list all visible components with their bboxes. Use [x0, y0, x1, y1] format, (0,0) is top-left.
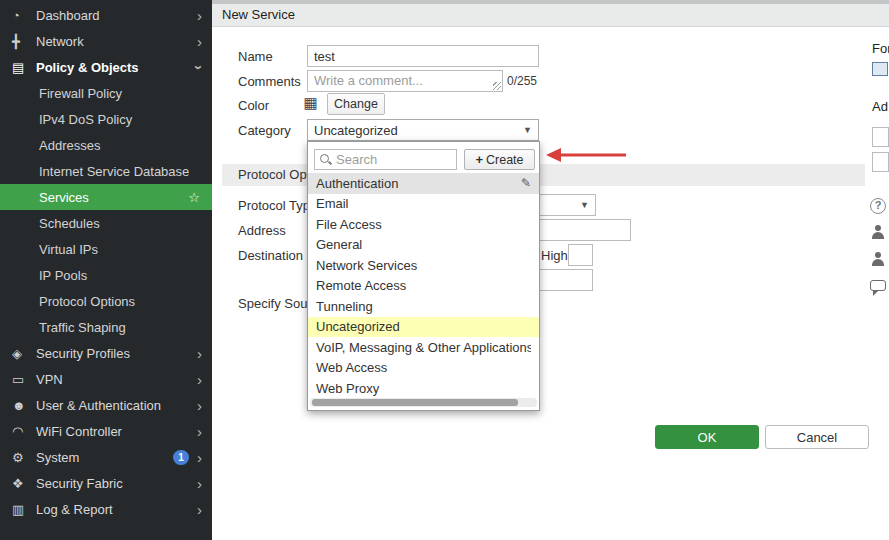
chevron-right-icon: › — [197, 450, 202, 465]
category-option-file-access[interactable]: File Access — [308, 214, 539, 235]
app-window: ◔Dashboard›╋Network›▤Policy & Objects›Fi… — [0, 0, 889, 540]
sidebar-item-policy-objects[interactable]: ▤Policy & Objects› — [0, 54, 212, 80]
category-option-authentication[interactable]: Authentication✎ — [308, 173, 539, 194]
create-button[interactable]: + Create — [464, 149, 535, 170]
chevron-down-icon: ▼ — [580, 200, 589, 210]
sidebar-item-label: VPN — [36, 372, 197, 387]
sidebar-item-user-authentication[interactable]: ☻User & Authentication› — [0, 392, 212, 418]
ok-button[interactable]: OK — [655, 425, 759, 449]
sidebar-item-network[interactable]: ╋Network› — [0, 28, 212, 54]
category-option-general[interactable]: General — [308, 235, 539, 256]
sidebar-item-security-fabric[interactable]: ❖Security Fabric› — [0, 470, 212, 496]
chevron-right-icon: › — [197, 346, 202, 361]
sidebar: ◔Dashboard›╋Network›▤Policy & Objects›Fi… — [0, 0, 212, 540]
sidebar-item-dashboard[interactable]: ◔Dashboard› — [0, 2, 212, 28]
port-range-input[interactable] — [539, 269, 593, 291]
edit-pencil-icon[interactable]: ✎ — [521, 176, 531, 190]
category-option-network-services[interactable]: Network Services — [308, 255, 539, 276]
gear-icon: ⚙ — [12, 450, 36, 465]
sidebar-item-virtual-ips[interactable]: Virtual IPs — [0, 236, 212, 262]
category-option-web-access[interactable]: Web Access — [308, 358, 539, 379]
horizontal-scrollbar-thumb[interactable] — [312, 399, 518, 406]
sidebar-item-label: System — [36, 450, 173, 465]
sidebar-item-internet-service-database[interactable]: Internet Service Database — [0, 158, 212, 184]
sidebar-item-schedules[interactable]: Schedules — [0, 210, 212, 236]
sidebar-item-label: Protocol Options — [39, 294, 202, 309]
plus-icon: + — [475, 152, 483, 167]
sidebar-item-log-report[interactable]: ▥Log & Report› — [0, 496, 212, 522]
port-high-input[interactable] — [568, 244, 593, 266]
sidebar-item-label: Log & Report — [36, 502, 197, 517]
sidebar-item-wifi-controller[interactable]: ◠WiFi Controller› — [0, 418, 212, 444]
name-input[interactable] — [307, 45, 539, 67]
sidebar-item-label: Traffic Shaping — [39, 320, 202, 335]
feedback-chat-icon[interactable] — [870, 280, 886, 291]
search-icon — [319, 153, 332, 166]
chart-icon: ▥ — [12, 502, 36, 517]
chevron-right-icon: › — [197, 476, 202, 491]
sidebar-item-label: Services — [39, 190, 188, 205]
name-label: Name — [238, 49, 273, 64]
search-input[interactable] — [332, 152, 456, 167]
horizontal-scrollbar[interactable] — [310, 398, 537, 407]
chevron-right-icon: › — [197, 372, 202, 387]
sidebar-item-label: Policy & Objects — [36, 60, 197, 75]
annotation-arrow — [546, 146, 628, 164]
right-panel-input-fragment-1[interactable] — [872, 127, 889, 147]
category-option-label: Tunneling — [316, 299, 531, 314]
category-option-voip-messaging-other-applications[interactable]: VoIP, Messaging & Other Applications — [308, 337, 539, 358]
category-option-remote-access[interactable]: Remote Access — [308, 276, 539, 297]
category-option-label: General — [316, 237, 531, 252]
category-option-label: VoIP, Messaging & Other Applications — [316, 340, 531, 355]
cancel-button[interactable]: Cancel — [765, 425, 869, 449]
dropdown-search[interactable] — [314, 149, 457, 170]
sidebar-item-label: Network — [36, 34, 197, 49]
chevron-right-icon: › — [197, 424, 202, 439]
sidebar-item-label: Firewall Policy — [39, 86, 202, 101]
sidebar-item-label: User & Authentication — [36, 398, 197, 413]
category-option-uncategorized[interactable]: Uncategorized — [308, 317, 539, 338]
sidebar-item-label: Dashboard — [36, 8, 197, 23]
sidebar-item-label: Addresses — [39, 138, 202, 153]
wifi-icon: ◠ — [12, 424, 36, 439]
star-icon[interactable]: ☆ — [188, 190, 200, 205]
sidebar-item-system[interactable]: ⚙System1› — [0, 444, 212, 470]
category-option-web-proxy[interactable]: Web Proxy — [308, 378, 539, 399]
right-panel-input-fragment-2[interactable] — [872, 152, 889, 172]
sidebar-item-security-profiles[interactable]: ◈Security Profiles› — [0, 340, 212, 366]
category-dropdown: + Create Authentication✎EmailFile Access… — [307, 141, 540, 411]
sidebar-item-firewall-policy[interactable]: Firewall Policy — [0, 80, 212, 106]
user-profile-icon[interactable] — [871, 225, 885, 239]
sidebar-item-label: WiFi Controller — [36, 424, 197, 439]
policy-objects-icon: ▤ — [12, 60, 36, 75]
sidebar-item-services[interactable]: Services☆ — [0, 184, 212, 210]
sidebar-item-ipv4-dos-policy[interactable]: IPv4 DoS Policy — [0, 106, 212, 132]
user-icon: ☻ — [12, 398, 36, 413]
comments-counter: 0/255 — [507, 74, 537, 88]
page-title: New Service — [222, 7, 295, 22]
sidebar-item-vpn[interactable]: ▭VPN› — [0, 366, 212, 392]
sidebar-item-addresses[interactable]: Addresses — [0, 132, 212, 158]
comments-input[interactable]: Write a comment... — [307, 70, 503, 92]
vpn-icon: ▭ — [12, 372, 36, 387]
change-color-button[interactable]: Change — [327, 93, 385, 115]
category-select[interactable]: Uncategorized ▼ — [307, 119, 539, 141]
color-swatch-icon[interactable]: ▦ — [302, 94, 319, 112]
sidebar-nav: ◔Dashboard›╋Network›▤Policy & Objects›Fi… — [0, 2, 212, 522]
protocol-type-label: Protocol Type — [238, 198, 317, 213]
category-option-label: Network Services — [316, 258, 531, 273]
category-option-label: File Access — [316, 217, 531, 232]
chevron-right-icon: › — [197, 8, 202, 23]
sidebar-item-ip-pools[interactable]: IP Pools — [0, 262, 212, 288]
right-panel-text-fragment-top: For — [872, 41, 889, 56]
sidebar-item-protocol-options[interactable]: Protocol Options — [0, 288, 212, 314]
category-option-tunneling[interactable]: Tunneling — [308, 296, 539, 317]
lock-icon: ◈ — [12, 346, 36, 361]
help-icon[interactable]: ? — [870, 198, 886, 214]
category-option-email[interactable]: Email — [308, 194, 539, 215]
sidebar-item-traffic-shaping[interactable]: Traffic Shaping — [0, 314, 212, 340]
port-high-label: High — [541, 248, 568, 263]
comments-placeholder: Write a comment... — [314, 73, 423, 88]
fabric-icon: ❖ — [12, 476, 36, 491]
consultant-icon[interactable] — [871, 252, 885, 266]
